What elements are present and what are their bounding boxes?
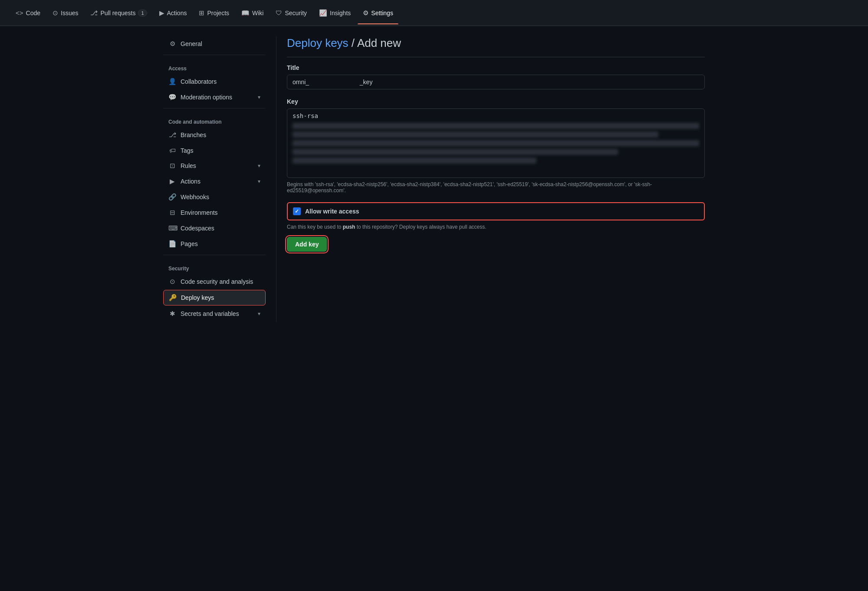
- wiki-icon: 📖: [241, 9, 250, 17]
- sidebar-codespaces-label: Codespaces: [181, 225, 214, 232]
- add-key-button[interactable]: Add key: [287, 237, 327, 252]
- key-blurred-3: [293, 140, 699, 146]
- nav-settings[interactable]: ⚙ Settings: [358, 6, 398, 20]
- sidebar-section-code: Code and automation: [163, 112, 266, 128]
- actions-chevron: ▾: [258, 178, 260, 184]
- sidebar-item-moderation[interactable]: 💬 Moderation options ▾: [163, 90, 266, 105]
- sidebar-item-actions[interactable]: ▶ Actions ▾: [163, 174, 266, 189]
- allow-write-checkbox-row[interactable]: Allow write access: [287, 202, 705, 220]
- allow-write-label: Allow write access: [305, 208, 359, 215]
- pages-icon: 📄: [168, 240, 176, 248]
- sidebar: ⚙ General Access 👤 Collaborators 💬 Moder…: [163, 36, 276, 322]
- sidebar-item-webhooks[interactable]: 🔗 Webhooks: [163, 190, 266, 204]
- sidebar-item-pages[interactable]: 📄 Pages: [163, 236, 266, 251]
- nav-pull-requests-label: Pull requests: [100, 10, 135, 16]
- layout: ⚙ General Access 👤 Collaborators 💬 Moder…: [156, 26, 712, 332]
- push-text: push: [343, 224, 355, 230]
- secrets-chevron: ▾: [258, 311, 260, 317]
- key-blurred-1: [293, 123, 699, 129]
- nav-wiki[interactable]: 📖 Wiki: [236, 6, 269, 20]
- title-input[interactable]: [287, 75, 705, 89]
- secrets-icon: ✱: [168, 310, 176, 318]
- sidebar-item-codespaces[interactable]: ⌨ Codespaces: [163, 221, 266, 236]
- sidebar-rules-label: Rules: [181, 162, 196, 169]
- rules-chevron: ▾: [258, 163, 260, 169]
- title-form-group: Title: [287, 64, 705, 89]
- webhooks-icon: 🔗: [168, 193, 176, 201]
- nav-security[interactable]: 🛡 Security: [270, 6, 312, 20]
- sidebar-item-environments[interactable]: ⊟ Environments: [163, 205, 266, 220]
- page-title: Deploy keys / Add new: [287, 36, 705, 57]
- rules-icon: ⊡: [168, 162, 176, 170]
- nav-insights[interactable]: 📈 Insights: [314, 6, 356, 20]
- nav-insights-label: Insights: [330, 10, 351, 16]
- nav-wiki-label: Wiki: [252, 10, 263, 16]
- tags-icon: 🏷: [168, 147, 176, 154]
- sidebar-item-deploy-keys[interactable]: 🔑 Deploy keys: [163, 290, 266, 305]
- sidebar-environments-label: Environments: [181, 209, 218, 216]
- moderation-chevron: ▾: [258, 94, 260, 100]
- allow-write-checkbox[interactable]: [293, 207, 301, 215]
- settings-icon: ⚙: [363, 9, 368, 17]
- sidebar-item-code-security[interactable]: ⊙ Code security and analysis: [163, 274, 266, 289]
- security-icon: 🛡: [276, 9, 282, 16]
- pull-requests-badge: 1: [138, 10, 147, 16]
- sidebar-item-tags[interactable]: 🏷 Tags: [163, 143, 266, 158]
- key-start-text: ssh-rsa: [293, 112, 699, 119]
- sidebar-section-security: Security: [163, 259, 266, 274]
- key-blurred-4: [293, 149, 618, 155]
- key-textarea-inner: ssh-rsa: [287, 109, 704, 170]
- sidebar-pages-label: Pages: [181, 240, 198, 247]
- key-label: Key: [287, 98, 705, 105]
- sidebar-item-rules[interactable]: ⊡ Rules ▾: [163, 158, 266, 173]
- gear-icon: ⚙: [168, 40, 176, 48]
- sidebar-collaborators-label: Collaborators: [181, 78, 217, 85]
- sidebar-secrets-label: Secrets and variables: [181, 310, 239, 317]
- key-blurred-5: [293, 158, 536, 164]
- nav-issues-label: Issues: [61, 10, 78, 16]
- main-content: Deploy keys / Add new Title Key ssh-rsa: [276, 36, 705, 322]
- environments-icon: ⊟: [168, 209, 176, 217]
- nav-projects-label: Projects: [207, 10, 229, 16]
- collaborators-icon: 👤: [168, 78, 176, 85]
- deploy-keys-icon: 🔑: [169, 294, 177, 302]
- nav-projects[interactable]: ⊞ Projects: [194, 6, 234, 20]
- actions-icon: ▶: [159, 9, 164, 17]
- moderation-icon: 💬: [168, 93, 176, 101]
- nav-actions[interactable]: ▶ Actions: [154, 6, 192, 20]
- nav-issues[interactable]: ⊙ Issues: [47, 6, 83, 20]
- key-form-group: Key ssh-rsa Begins with 'ssh-rsa', 'ecds…: [287, 98, 705, 194]
- key-blurred-2: [293, 131, 658, 138]
- nav-code-label: Code: [26, 10, 40, 16]
- key-hint-text: Begins with 'ssh-rsa', 'ecdsa-sha2-nistp…: [287, 181, 705, 194]
- nav-security-label: Security: [285, 10, 307, 16]
- sidebar-divider-2: [163, 108, 266, 108]
- sidebar-general-label: General: [181, 40, 202, 47]
- codespaces-icon: ⌨: [168, 224, 176, 232]
- sidebar-item-general[interactable]: ⚙ General: [163, 36, 266, 51]
- sidebar-tags-label: Tags: [181, 147, 194, 154]
- code-icon: <>: [16, 9, 23, 16]
- sidebar-actions-label: Actions: [181, 178, 201, 185]
- sidebar-webhooks-label: Webhooks: [181, 194, 209, 200]
- actions-sidebar-icon: ▶: [168, 177, 176, 185]
- branches-icon: ⎇: [168, 131, 176, 139]
- sidebar-item-branches[interactable]: ⎇ Branches: [163, 128, 266, 142]
- sidebar-moderation-label: Moderation options: [181, 94, 232, 101]
- breadcrumb-current: Add new: [357, 36, 401, 49]
- nav-pull-requests[interactable]: ⎇ Pull requests 1: [85, 6, 152, 20]
- issues-icon: ⊙: [53, 9, 58, 17]
- code-security-icon: ⊙: [168, 278, 176, 286]
- nav-code[interactable]: <> Code: [10, 6, 46, 20]
- sidebar-divider-3: [163, 255, 266, 255]
- breadcrumb-separator: /: [349, 36, 357, 49]
- breadcrumb-link[interactable]: Deploy keys: [287, 36, 349, 49]
- sidebar-item-secrets[interactable]: ✱ Secrets and variables ▾: [163, 306, 266, 321]
- projects-icon: ⊞: [199, 9, 204, 17]
- sidebar-section-access: Access: [163, 59, 266, 74]
- title-label: Title: [287, 64, 705, 71]
- sidebar-item-collaborators[interactable]: 👤 Collaborators: [163, 74, 266, 89]
- insights-icon: 📈: [319, 9, 327, 17]
- sidebar-code-security-label: Code security and analysis: [181, 278, 253, 285]
- pull-requests-icon: ⎇: [90, 9, 98, 17]
